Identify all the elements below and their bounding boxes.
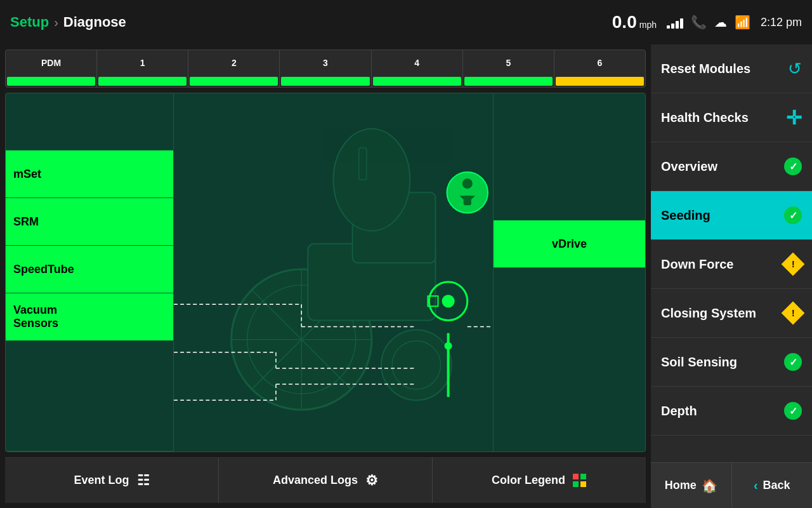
pdm-tab-bar-6 bbox=[556, 77, 644, 86]
pdm-tab-label-4: 4 bbox=[372, 50, 462, 76]
sidebar-item-seeding[interactable]: Seeding ✓ bbox=[651, 191, 812, 240]
sidebar-item-health-checks[interactable]: Health Checks ✛ bbox=[651, 93, 812, 142]
pdm-tab-label-6: 6 bbox=[554, 50, 645, 76]
right-panel-top-empty bbox=[494, 93, 645, 220]
svg-point-16 bbox=[442, 295, 455, 307]
sidebar-label-depth: Depth bbox=[661, 404, 697, 418]
signal-bars-icon bbox=[667, 16, 683, 29]
pdm-tab-pdm[interactable]: PDM bbox=[6, 50, 97, 87]
bottom-bar: Event Log ☷ Advanced Logs ⚙ Color Legend bbox=[5, 457, 646, 503]
svg-point-13 bbox=[462, 178, 473, 189]
pdm-tabs: PDM 1 2 3 4 5 bbox=[5, 50, 646, 88]
gear-icon: ⚙ bbox=[365, 472, 378, 489]
component-empty-bottom bbox=[6, 341, 173, 451]
pdm-tab-1[interactable]: 1 bbox=[97, 50, 188, 87]
svg-point-19 bbox=[445, 342, 452, 350]
component-srm[interactable]: SRM bbox=[6, 198, 173, 246]
component-srm-label: SRM bbox=[13, 215, 39, 229]
color-legend-button[interactable]: Color Legend bbox=[433, 458, 646, 503]
check-icon-depth: ✓ bbox=[784, 402, 802, 420]
back-label: Back bbox=[763, 479, 790, 492]
check-icon-soil-sensing: ✓ bbox=[784, 353, 802, 371]
sidebar-label-down-force: Down Force bbox=[661, 257, 733, 272]
pdm-tab-5[interactable]: 5 bbox=[463, 50, 554, 87]
content-area: PDM 1 2 3 4 5 bbox=[0, 44, 651, 508]
check-icon-seeding: ✓ bbox=[784, 206, 802, 224]
pdm-tab-label-pdm: PDM bbox=[6, 50, 96, 76]
plus-icon: ✛ bbox=[786, 107, 802, 129]
sidebar-label-soil-sensing: Soil Sensing bbox=[661, 355, 737, 370]
pdm-tab-bar-2 bbox=[190, 77, 278, 86]
pdm-tab-label-2: 2 bbox=[188, 50, 279, 76]
status-icons: 📞 ☁ 📶 bbox=[667, 15, 750, 30]
right-panel-bottom-empty bbox=[494, 268, 645, 451]
tractor-illustration bbox=[174, 93, 493, 451]
wifi-icon: 📶 bbox=[735, 15, 750, 30]
breadcrumb-chevron: › bbox=[54, 15, 58, 30]
component-vdrive-label: vDrive bbox=[552, 237, 587, 251]
sidebar-item-down-force[interactable]: Down Force ! bbox=[651, 240, 812, 289]
reset-icon: ↺ bbox=[788, 59, 802, 79]
svg-rect-14 bbox=[464, 196, 471, 205]
component-speedtube[interactable]: SpeedTube bbox=[6, 246, 173, 293]
right-sidebar: Reset Modules ↺ Health Checks ✛ Overview… bbox=[651, 44, 812, 508]
phone-icon: 📞 bbox=[691, 15, 707, 30]
sidebar-label-reset-modules: Reset Modules bbox=[661, 62, 750, 76]
svg-point-12 bbox=[447, 172, 488, 213]
time-display: 2:12 pm bbox=[761, 16, 802, 29]
svg-rect-11 bbox=[359, 148, 367, 180]
sidebar-label-health-checks: Health Checks bbox=[661, 110, 749, 125]
pdm-tab-6[interactable]: 6 bbox=[554, 50, 645, 87]
svg-point-10 bbox=[334, 129, 410, 231]
warning-icon-closing-system: ! bbox=[784, 304, 802, 322]
status-bar: 0.0 mph 📞 ☁ 📶 2:12 pm bbox=[612, 12, 802, 32]
sidebar-item-depth[interactable]: Depth ✓ bbox=[651, 387, 812, 436]
pdm-tab-label-3: 3 bbox=[280, 50, 370, 76]
cloud-icon: ☁ bbox=[714, 15, 727, 30]
pdm-tab-3[interactable]: 3 bbox=[280, 50, 371, 87]
sidebar-item-reset-modules[interactable]: Reset Modules ↺ bbox=[651, 44, 812, 93]
warning-icon-down-force: ! bbox=[784, 255, 802, 273]
component-mset-label: mSet bbox=[13, 168, 41, 181]
component-mset[interactable]: mSet bbox=[6, 150, 173, 198]
pdm-tab-bar-3 bbox=[281, 77, 369, 86]
pdm-tab-bar-pdm bbox=[7, 77, 95, 86]
grid-icon bbox=[573, 474, 587, 488]
sidebar-item-overview[interactable]: Overview ✓ bbox=[651, 142, 812, 191]
pdm-tab-label-5: 5 bbox=[463, 50, 554, 76]
event-log-label: Event Log bbox=[74, 474, 129, 487]
pdm-tab-label-1: 1 bbox=[97, 50, 188, 76]
breadcrumb-setup[interactable]: Setup bbox=[10, 14, 49, 30]
top-bar: Setup › Diagnose 0.0 mph 📞 ☁ 📶 2:12 pm bbox=[0, 0, 812, 44]
component-empty-top bbox=[6, 93, 173, 150]
component-vacuum-label: VacuumSensors bbox=[13, 304, 58, 330]
list-icon: ☷ bbox=[137, 472, 150, 489]
speed-value: 0.0 bbox=[612, 12, 637, 32]
pdm-tab-2[interactable]: 2 bbox=[188, 50, 280, 87]
right-panel: vDrive bbox=[493, 93, 645, 451]
main-layout: PDM 1 2 3 4 5 bbox=[0, 44, 812, 508]
event-log-button[interactable]: Event Log ☷ bbox=[5, 458, 219, 503]
sidebar-label-seeding: Seeding bbox=[661, 208, 710, 223]
pdm-tab-bar-4 bbox=[373, 77, 461, 86]
pdm-tab-bar-1 bbox=[98, 77, 187, 86]
sidebar-label-closing-system: Closing System bbox=[661, 306, 756, 321]
breadcrumb: Setup › Diagnose bbox=[10, 14, 126, 30]
pdm-tab-bar-5 bbox=[464, 77, 553, 86]
color-legend-label: Color Legend bbox=[492, 474, 565, 487]
home-label: Home bbox=[665, 479, 697, 492]
sidebar-label-overview: Overview bbox=[661, 159, 717, 174]
sidebar-item-closing-system[interactable]: Closing System ! bbox=[651, 289, 812, 338]
speed-display: 0.0 mph bbox=[612, 12, 657, 32]
component-vacuum[interactable]: VacuumSensors bbox=[6, 293, 173, 341]
sidebar-item-soil-sensing[interactable]: Soil Sensing ✓ bbox=[651, 338, 812, 387]
breadcrumb-diagnose: Diagnose bbox=[63, 14, 126, 30]
advanced-logs-label: Advanced Logs bbox=[273, 474, 358, 487]
component-speedtube-label: SpeedTube bbox=[13, 263, 74, 276]
pdm-tab-4[interactable]: 4 bbox=[372, 50, 463, 87]
diagram-container: mSet SRM SpeedTube VacuumSensors bbox=[5, 93, 646, 452]
component-vdrive[interactable]: vDrive bbox=[494, 220, 645, 268]
advanced-logs-button[interactable]: Advanced Logs ⚙ bbox=[219, 458, 433, 503]
back-button[interactable]: ‹ Back bbox=[732, 462, 813, 508]
home-button[interactable]: Home 🏠 bbox=[651, 462, 732, 508]
